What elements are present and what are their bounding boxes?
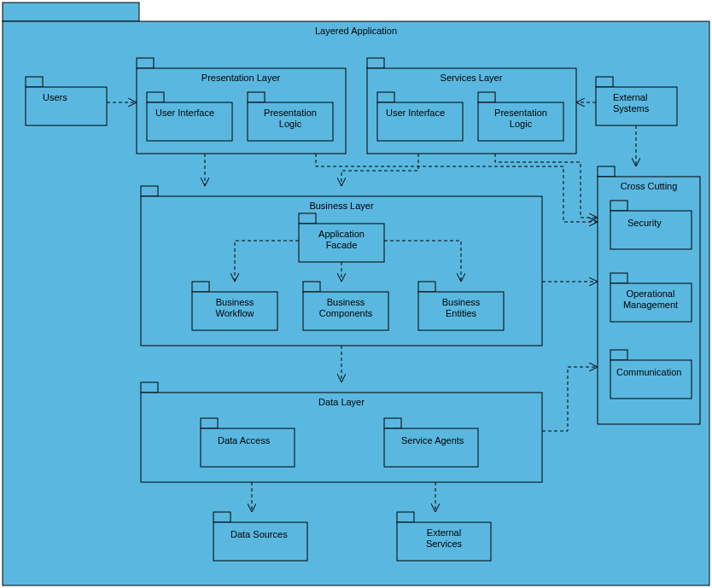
svg-text:Application: Application <box>318 229 365 239</box>
svg-text:Operational: Operational <box>627 288 675 299</box>
svg-text:User Interface: User Interface <box>155 108 214 118</box>
svg-rect-68 <box>610 211 692 249</box>
svg-rect-52 <box>201 428 295 467</box>
svg-text:Workflow: Workflow <box>215 308 254 318</box>
title-label: Layered Application <box>315 26 397 36</box>
svg-rect-19 <box>367 58 384 68</box>
svg-rect-36 <box>192 282 209 292</box>
svg-rect-70 <box>610 273 627 283</box>
svg-text:Data Access: Data Access <box>218 435 271 445</box>
svg-rect-54 <box>384 418 401 428</box>
diagram-canvas: Layered Application Users External Syste… <box>0 0 712 588</box>
svg-rect-60 <box>397 512 414 522</box>
svg-text:Logic: Logic <box>279 119 302 129</box>
svg-text:Communication: Communication <box>616 367 681 377</box>
svg-text:Entities: Entities <box>446 308 477 318</box>
svg-rect-29 <box>141 186 158 196</box>
svg-text:Presentation: Presentation <box>494 108 547 118</box>
svg-rect-51 <box>201 418 218 428</box>
svg-text:Systems: Systems <box>613 103 650 114</box>
svg-rect-57 <box>213 512 231 522</box>
svg-text:Services: Services <box>426 539 463 549</box>
svg-text:Facade: Facade <box>326 240 358 250</box>
svg-text:Components: Components <box>319 308 373 318</box>
svg-rect-74 <box>610 350 627 360</box>
svg-rect-15 <box>248 92 265 102</box>
svg-rect-25 <box>478 92 495 102</box>
svg-rect-48 <box>141 382 158 393</box>
svg-rect-5 <box>596 77 613 87</box>
svg-text:Data Sources: Data Sources <box>231 529 288 539</box>
svg-text:Business Layer: Business Layer <box>309 201 374 211</box>
svg-text:Business: Business <box>442 297 481 307</box>
svg-rect-22 <box>377 92 394 102</box>
svg-text:Management: Management <box>623 300 678 310</box>
svg-text:Data Layer: Data Layer <box>318 397 365 407</box>
svg-rect-75 <box>610 360 692 399</box>
svg-rect-2 <box>26 77 43 87</box>
svg-text:Business: Business <box>327 297 365 307</box>
svg-rect-58 <box>213 522 307 561</box>
svg-text:Services Layer: Services Layer <box>441 73 503 83</box>
svg-text:External: External <box>427 527 461 538</box>
svg-text:Users: Users <box>43 92 67 102</box>
svg-rect-67 <box>610 201 627 211</box>
svg-text:Presentation Layer: Presentation Layer <box>201 73 281 83</box>
svg-text:User Interface: User Interface <box>386 108 445 118</box>
svg-text:Presentation: Presentation <box>264 108 317 118</box>
svg-text:Business: Business <box>216 297 254 307</box>
svg-text:Service Agents: Service Agents <box>401 435 464 445</box>
svg-rect-0 <box>3 3 139 21</box>
svg-text:Cross Cutting: Cross Cutting <box>621 181 678 191</box>
svg-rect-40 <box>303 282 320 292</box>
svg-rect-9 <box>137 58 154 68</box>
svg-rect-12 <box>147 92 164 102</box>
svg-rect-44 <box>418 282 435 292</box>
svg-text:Logic: Logic <box>510 119 533 129</box>
svg-rect-32 <box>299 213 316 224</box>
svg-rect-55 <box>384 428 478 467</box>
svg-rect-64 <box>598 166 615 177</box>
svg-text:External: External <box>613 92 647 102</box>
svg-text:Security: Security <box>627 218 662 228</box>
